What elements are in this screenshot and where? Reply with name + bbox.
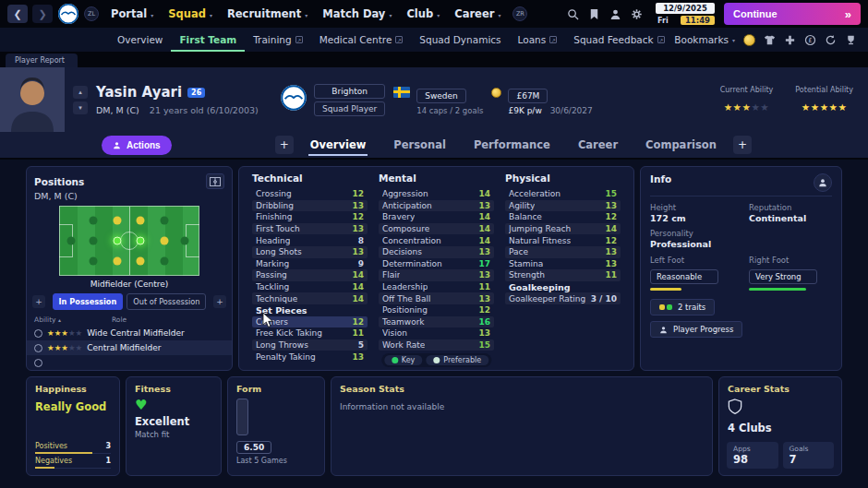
fitness-panel[interactable]: Fitness ♥ Excellent Match fit (126, 376, 222, 476)
finances-coin-icon[interactable]: £ (804, 34, 816, 46)
attribute-row-passing[interactable]: Passing14 (252, 269, 368, 281)
role-row[interactable]: ★★★★★Central Midfielder (27, 340, 232, 355)
kit-shirt-icon[interactable] (764, 34, 776, 46)
add-view-right-icon[interactable]: + (733, 136, 752, 154)
attribute-row-long-throws[interactable]: Long Throws5 (252, 339, 368, 351)
radio-icon[interactable] (34, 344, 42, 352)
transfer-value[interactable]: £67M (508, 89, 548, 103)
main-nav-item-match-day[interactable]: Match Day▾ (315, 0, 399, 28)
attribute-row-off-the-ball[interactable]: Off The Ball13 (379, 292, 494, 304)
attribute-row-leadership[interactable]: Leadership11 (379, 281, 494, 293)
main-nav-item-recruitment[interactable]: Recruitment▾ (220, 0, 315, 28)
form-panel[interactable]: Form 6.50 Last 5 Games (227, 376, 325, 476)
attribute-row-vision[interactable]: Vision13 (379, 327, 494, 339)
career-stats-panel[interactable]: Career Stats 4 Clubs Apps98Goals7 (718, 376, 842, 476)
medical-cross-icon[interactable] (784, 34, 796, 46)
attribute-row-strength[interactable]: Strength11 (505, 269, 621, 281)
sub-nav-item-training[interactable]: Training↗ (245, 28, 310, 52)
attribute-row-goalkeeper-rating[interactable]: Goalkeeper Rating3 / 10 (505, 292, 621, 304)
main-nav-item-squad[interactable]: Squad▾ (161, 0, 220, 28)
attribute-row-concentration[interactable]: Concentration14 (379, 234, 494, 246)
ability-column-header[interactable]: Ability ▴ (34, 315, 112, 324)
sub-nav-item-squad-feedback[interactable]: Squad Feedback↗ (565, 28, 672, 52)
attribute-row-natural-fitness[interactable]: Natural Fitness12 (505, 234, 621, 246)
tab-personal[interactable]: Personal (382, 132, 457, 158)
attribute-row-determination[interactable]: Determination17 (379, 258, 494, 270)
sub-nav-item-squad-dynamics[interactable]: Squad Dynamics (411, 28, 509, 52)
add-left-icon[interactable]: + (32, 295, 45, 308)
settings-gear-icon[interactable] (631, 8, 643, 20)
bookmarks-dropdown[interactable]: Bookmarks ▾ (674, 34, 735, 45)
attribute-row-finishing[interactable]: Finishing12 (252, 211, 368, 223)
pitch-view-button[interactable] (206, 173, 224, 189)
attribute-row-penalty-taking[interactable]: Penalty Taking13 (252, 351, 368, 363)
sub-nav-item-medical-centre[interactable]: Medical Centre↗ (311, 28, 412, 52)
player-report-tab[interactable]: Player Report (6, 54, 78, 67)
attribute-row-agility[interactable]: Agility13 (505, 200, 621, 212)
search-icon[interactable] (567, 8, 579, 20)
season-stats-panel[interactable]: Season Stats Information not available (331, 376, 713, 476)
bookmark-icon[interactable] (588, 8, 600, 20)
continue-button[interactable]: Continue » (724, 3, 861, 25)
previous-player-button[interactable]: ▴ (73, 86, 88, 99)
back-button[interactable]: ❮ (7, 5, 28, 23)
tab-career[interactable]: Career (567, 132, 629, 158)
attribute-row-heading[interactable]: Heading8 (252, 234, 368, 246)
attribute-row-composure[interactable]: Composure14 (379, 223, 494, 235)
attribute-row-corners[interactable]: Corners12 (252, 316, 368, 328)
attribute-row-free-kick-taking[interactable]: Free Kick Taking11 (252, 327, 368, 339)
attribute-row-flair[interactable]: Flair13 (379, 269, 494, 281)
radio-icon[interactable] (34, 359, 42, 367)
attribute-row-positioning[interactable]: Positioning12 (379, 304, 494, 316)
main-nav-item-portal[interactable]: Portal▾ (103, 0, 161, 28)
player-profile-quick-button[interactable] (814, 173, 832, 192)
add-right-icon[interactable]: + (213, 295, 226, 308)
next-player-button[interactable]: ▾ (73, 101, 88, 114)
attribute-row-dribbling[interactable]: Dribbling13 (252, 200, 368, 212)
sub-nav-item-overview[interactable]: Overview (109, 28, 171, 52)
attribute-row-stamina[interactable]: Stamina13 (505, 258, 621, 270)
profile-icon[interactable] (609, 8, 621, 20)
nation-name[interactable]: Sweden (416, 89, 466, 103)
attribute-row-jumping-reach[interactable]: Jumping Reach14 (505, 223, 621, 235)
attribute-row-bravery[interactable]: Bravery14 (379, 211, 494, 223)
attribute-row-anticipation[interactable]: Anticipation13 (379, 200, 494, 212)
attribute-row-aggression[interactable]: Aggression14 (379, 188, 494, 200)
actions-button[interactable]: Actions (102, 136, 172, 155)
attribute-row-decisions[interactable]: Decisions13 (379, 246, 494, 258)
role-row[interactable]: ★★★★★Wide Central Midfielder (27, 326, 232, 340)
attribute-row-balance[interactable]: Balance12 (505, 211, 621, 223)
attribute-row-pace[interactable]: Pace13 (505, 246, 621, 258)
tab-comparison[interactable]: Comparison (634, 132, 728, 158)
main-nav-item-club[interactable]: Club▾ (399, 0, 447, 28)
traits-button[interactable]: 2 traits (650, 299, 715, 315)
toggle-in-possession[interactable]: In Possession (53, 293, 124, 310)
tab-performance[interactable]: Performance (463, 132, 561, 158)
main-nav-item-career[interactable]: Career▾ (447, 0, 508, 28)
sub-nav-item-loans[interactable]: Loans↗ (510, 28, 566, 52)
attribute-row-long-shots[interactable]: Long Shots13 (252, 246, 368, 258)
role-column-header[interactable]: Role (112, 315, 127, 324)
squad-status[interactable]: Squad Player (314, 101, 385, 116)
attribute-row-tackling[interactable]: Tackling14 (252, 281, 368, 293)
toggle-out-of-possession[interactable]: Out of Possession (127, 293, 206, 310)
happiness-panel[interactable]: Happiness Really Good Positives3Negative… (26, 376, 120, 476)
favourite-club-badge-icon[interactable] (743, 34, 755, 46)
refresh-icon[interactable] (825, 34, 837, 46)
club-name[interactable]: Brighton (314, 84, 385, 99)
attribute-row-acceleration[interactable]: Acceleration15 (505, 188, 621, 200)
radio-icon[interactable] (34, 329, 42, 338)
attribute-row-crossing[interactable]: Crossing12 (252, 188, 368, 200)
club-crest-icon[interactable] (57, 3, 79, 25)
club-badge-icon[interactable] (280, 84, 307, 112)
role-row[interactable] (27, 355, 232, 370)
attribute-row-marking[interactable]: Marking9 (252, 258, 368, 270)
attribute-row-technique[interactable]: Technique14 (252, 292, 368, 304)
tab-overview[interactable]: Overview (299, 132, 378, 158)
trophy-icon[interactable] (845, 34, 857, 46)
add-view-left-icon[interactable]: + (275, 136, 294, 154)
forward-button[interactable]: ❯ (32, 5, 53, 23)
player-progress-button[interactable]: Player Progress (650, 321, 742, 338)
attribute-row-teamwork[interactable]: Teamwork16 (379, 316, 494, 328)
attribute-row-work-rate[interactable]: Work Rate15 (379, 339, 494, 351)
